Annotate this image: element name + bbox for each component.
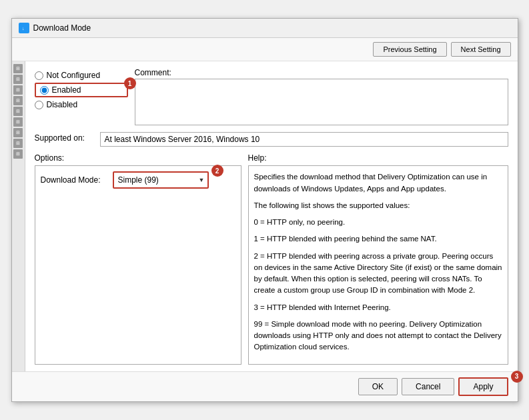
middle-section: Download Mode: Simple (99) HTTP only (0)… xyxy=(35,165,508,364)
badge-3: 3 xyxy=(511,371,523,383)
ok-button[interactable]: OK xyxy=(358,378,398,395)
comment-textarea[interactable] xyxy=(135,79,508,125)
help-para-2: 0 = HTTP only, no peering. xyxy=(254,217,502,228)
disabled-option[interactable]: Disabled xyxy=(35,100,128,109)
sidebar-icon-6: ⊞ xyxy=(13,117,23,127)
footer: OK Cancel Apply 3 xyxy=(12,371,518,401)
help-para-3: 1 = HTTP blended with peering behind the… xyxy=(254,233,502,245)
help-header: Help: xyxy=(248,153,267,163)
enabled-option[interactable]: Enabled xyxy=(35,83,128,97)
help-para-5: 3 = HTTP blended with Internet Peering. xyxy=(254,302,502,313)
options-header: Options: xyxy=(35,153,65,163)
options-panel: Download Mode: Simple (99) HTTP only (0)… xyxy=(35,165,241,364)
help-para-4: 2 = HTTP blended with peering across a p… xyxy=(254,251,502,297)
supported-row: Supported on: At least Windows Server 20… xyxy=(35,132,508,147)
enabled-radio[interactable] xyxy=(40,86,49,95)
download-mode-row: Download Mode: Simple (99) HTTP only (0)… xyxy=(41,171,235,189)
download-mode-label: Download Mode: xyxy=(41,175,107,185)
dialog-icon: ↓ xyxy=(19,23,29,33)
help-para-1: The following list shows the supported v… xyxy=(254,200,502,211)
comment-section: Comment: xyxy=(135,68,508,125)
help-para-0: Specifies the download method that Deliv… xyxy=(254,171,502,195)
sidebar-icon-9: ⊞ xyxy=(13,149,23,159)
not-configured-radio[interactable] xyxy=(35,71,43,80)
sidebar-icon-5: ⊞ xyxy=(13,107,23,116)
left-sidebar: ⊞ ⊞ ⊞ ⊞ ⊞ ⊞ ⊞ ⊞ ⊞ xyxy=(12,61,25,371)
help-panel: Specifies the download method that Deliv… xyxy=(248,165,508,364)
section-headers: Options: Help: xyxy=(35,153,508,163)
help-content: Specifies the download method that Deliv… xyxy=(254,171,502,353)
apply-button[interactable]: Apply xyxy=(458,377,508,396)
badge-1: 1 xyxy=(124,77,136,89)
cancel-button[interactable]: Cancel xyxy=(402,378,454,395)
next-setting-button[interactable]: Next Setting xyxy=(451,42,511,57)
download-mode-dropdown-wrapper: Simple (99) HTTP only (0) LAN (1) Group … xyxy=(113,171,209,189)
not-configured-label: Not Configured xyxy=(47,71,101,80)
previous-setting-button[interactable]: Previous Setting xyxy=(373,42,446,57)
help-para-6: 99 = Simple download mode with no peerin… xyxy=(254,319,502,353)
navigation-bar: Previous Setting Next Setting xyxy=(12,38,518,61)
sidebar-icon-2: ⊞ xyxy=(13,75,23,84)
radio-section: Not Configured Enabled 1 Disabled xyxy=(35,68,128,125)
comment-label: Comment: xyxy=(135,68,508,77)
disabled-label: Disabled xyxy=(47,100,78,109)
download-mode-select[interactable]: Simple (99) HTTP only (0) LAN (1) Group … xyxy=(114,173,207,187)
sidebar-icon-4: ⊞ xyxy=(13,96,23,105)
dialog-title: Download Mode xyxy=(33,23,91,33)
supported-label: Supported on: xyxy=(35,132,95,143)
badge-2: 2 xyxy=(211,165,223,177)
sidebar-icon-3: ⊞ xyxy=(13,85,23,95)
svg-text:↓: ↓ xyxy=(22,26,25,31)
sidebar-icon-8: ⊞ xyxy=(13,139,23,148)
enabled-label: Enabled xyxy=(52,85,81,95)
supported-value: At least Windows Server 2016, Windows 10 xyxy=(100,132,508,147)
not-configured-option[interactable]: Not Configured xyxy=(35,71,128,80)
disabled-radio[interactable] xyxy=(35,101,43,109)
sidebar-icon-7: ⊞ xyxy=(13,128,23,137)
sidebar-icon-1: ⊞ xyxy=(13,64,23,73)
